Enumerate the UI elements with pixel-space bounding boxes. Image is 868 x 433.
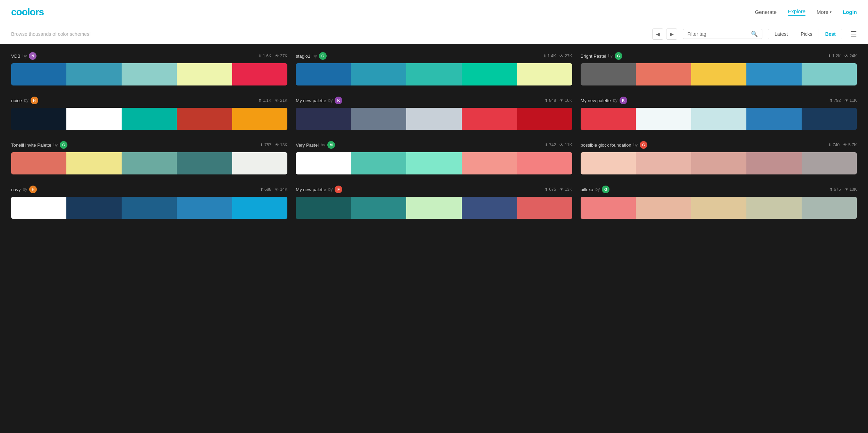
logo[interactable]: coolors (11, 7, 44, 18)
color-swatch[interactable] (66, 152, 122, 174)
color-swatch[interactable] (296, 197, 351, 219)
color-swatch[interactable] (802, 63, 857, 85)
color-swatch[interactable] (517, 152, 572, 174)
color-swatch[interactable] (11, 152, 66, 174)
color-swatch[interactable] (406, 197, 461, 219)
color-swatch[interactable] (122, 152, 177, 174)
avatar: G (319, 52, 327, 60)
color-swatch[interactable] (177, 197, 232, 219)
color-swatch[interactable] (802, 152, 857, 174)
palette-card[interactable]: My new palettebyF⬆ 675👁 13K (296, 186, 572, 219)
tab-latest[interactable]: Latest (768, 29, 794, 39)
color-swatch[interactable] (232, 197, 287, 219)
palette-card[interactable]: Bright PastelbyG⬆ 1.2K👁 24K (581, 52, 857, 85)
color-swatch[interactable] (581, 197, 636, 219)
color-swatch[interactable] (581, 152, 636, 174)
nav-explore[interactable]: Explore (788, 8, 805, 16)
color-swatch[interactable] (691, 152, 746, 174)
upload-icon: ⬆ (544, 187, 548, 192)
color-swatch[interactable] (517, 197, 572, 219)
color-swatch[interactable] (177, 63, 232, 85)
palette-colors (296, 108, 572, 130)
color-swatch[interactable] (351, 197, 406, 219)
color-swatch[interactable] (746, 152, 802, 174)
color-swatch[interactable] (636, 197, 691, 219)
color-swatch[interactable] (296, 108, 351, 130)
palette-card[interactable]: stagio1byG⬆ 1.4K👁 27K (296, 52, 572, 85)
palette-meta-left: My new palettebyF (296, 186, 342, 193)
color-swatch[interactable] (232, 152, 287, 174)
palette-card[interactable]: possible glock foundationbyG⬆ 740👁 5.7K (581, 141, 857, 174)
palette-meta: navybyH⬆ 688👁 14K (11, 186, 287, 193)
color-swatch[interactable] (232, 63, 287, 85)
avatar: K (335, 97, 342, 104)
color-swatch[interactable] (802, 108, 857, 130)
prev-arrow[interactable]: ◀ (652, 28, 663, 40)
upload-icon: ⬆ (258, 98, 262, 103)
upload-icon: ⬆ (829, 98, 833, 103)
color-swatch[interactable] (462, 197, 517, 219)
view-stat: 👁 21K (275, 98, 287, 103)
color-swatch[interactable] (351, 152, 406, 174)
color-swatch[interactable] (636, 152, 691, 174)
menu-icon[interactable]: ☰ (851, 30, 857, 38)
color-swatch[interactable] (691, 108, 746, 130)
color-swatch[interactable] (462, 152, 517, 174)
color-swatch[interactable] (636, 108, 691, 130)
color-swatch[interactable] (636, 63, 691, 85)
filter-input[interactable] (687, 31, 748, 37)
color-swatch[interactable] (691, 63, 746, 85)
color-swatch[interactable] (746, 63, 802, 85)
palette-name: pilloxa (581, 187, 593, 192)
color-swatch[interactable] (351, 63, 406, 85)
color-swatch[interactable] (11, 197, 66, 219)
color-swatch[interactable] (517, 63, 572, 85)
palette-card[interactable]: Very PastelbyM⬆ 742👁 11K (296, 141, 572, 174)
color-swatch[interactable] (581, 63, 636, 85)
color-swatch[interactable] (66, 108, 122, 130)
color-swatch[interactable] (462, 63, 517, 85)
palette-stats: ⬆ 740👁 5.7K (828, 142, 857, 147)
tab-picks[interactable]: Picks (794, 29, 819, 39)
color-swatch[interactable] (746, 108, 802, 130)
color-swatch[interactable] (122, 63, 177, 85)
color-swatch[interactable] (351, 108, 406, 130)
color-swatch[interactable] (66, 63, 122, 85)
color-swatch[interactable] (66, 197, 122, 219)
color-swatch[interactable] (406, 63, 461, 85)
color-swatch[interactable] (122, 197, 177, 219)
palette-card[interactable]: pilloxabyG⬆ 675👁 10K (581, 186, 857, 219)
color-swatch[interactable] (691, 197, 746, 219)
nav-generate[interactable]: Generate (755, 9, 777, 15)
color-swatch[interactable] (462, 108, 517, 130)
color-swatch[interactable] (746, 197, 802, 219)
palette-name: navy (11, 187, 21, 192)
palette-card[interactable]: VDBbyN⬆ 1.6K👁 37K (11, 52, 287, 85)
color-swatch[interactable] (232, 108, 287, 130)
color-swatch[interactable] (177, 108, 232, 130)
color-swatch[interactable] (406, 108, 461, 130)
eye-icon: 👁 (844, 98, 849, 103)
color-swatch[interactable] (517, 108, 572, 130)
palette-stats: ⬆ 1.6K👁 37K (258, 54, 287, 58)
color-swatch[interactable] (296, 63, 351, 85)
color-swatch[interactable] (296, 152, 351, 174)
palette-stats: ⬆ 1.2K👁 24K (828, 54, 857, 58)
palette-card[interactable]: My new palettebyK⬆ 792👁 11K (581, 97, 857, 130)
nav-more[interactable]: More ▾ (817, 9, 832, 15)
palette-card[interactable]: navybyH⬆ 688👁 14K (11, 186, 287, 219)
next-arrow[interactable]: ▶ (666, 28, 677, 40)
color-swatch[interactable] (122, 108, 177, 130)
color-swatch[interactable] (177, 152, 232, 174)
tab-best[interactable]: Best (819, 29, 842, 39)
color-swatch[interactable] (802, 197, 857, 219)
palette-card[interactable]: Tonelli Invite PalettebyG⬆ 757👁 13K (11, 141, 287, 174)
color-swatch[interactable] (11, 63, 66, 85)
eye-icon: 👁 (275, 142, 279, 147)
palette-card[interactable]: My new palettebyK⬆ 848👁 16K (296, 97, 572, 130)
nav-login[interactable]: Login (843, 9, 857, 15)
color-swatch[interactable] (406, 152, 461, 174)
color-swatch[interactable] (11, 108, 66, 130)
color-swatch[interactable] (581, 108, 636, 130)
palette-card[interactable]: noicebyH⬆ 1.1K👁 21K (11, 97, 287, 130)
